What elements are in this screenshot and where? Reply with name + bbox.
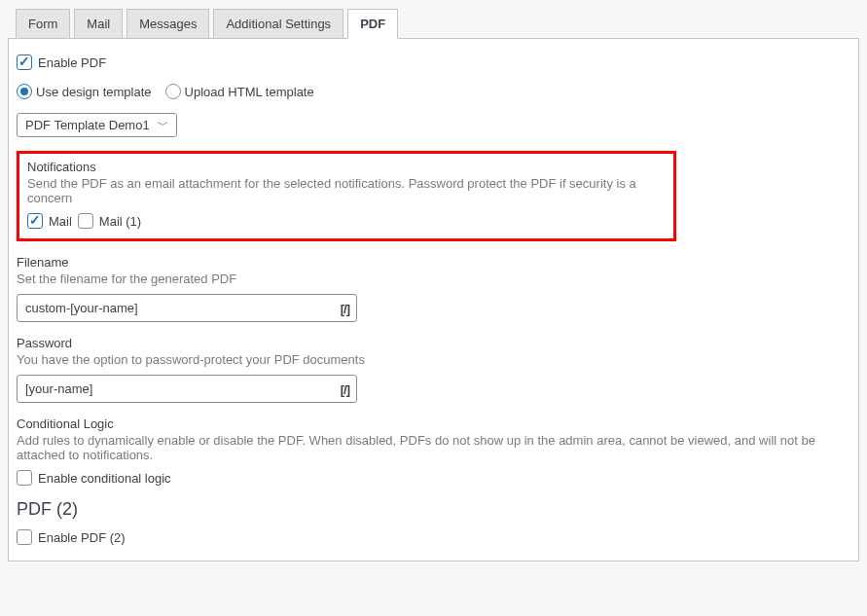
conditional-desc: Add rules to dynamically enable or disab… — [17, 433, 850, 462]
tab-form[interactable]: Form — [16, 9, 70, 39]
enable-pdf-2-checkbox[interactable] — [17, 529, 32, 545]
filename-input[interactable] — [17, 294, 357, 322]
notification-mail-1-label: Mail (1) — [99, 214, 141, 229]
use-design-template-radio[interactable] — [17, 84, 32, 99]
conditional-logic-label: Enable conditional logic — [38, 471, 171, 486]
tabs-bar: Form Mail Messages Additional Settings P… — [8, 8, 859, 38]
enable-pdf-2-label: Enable PDF (2) — [38, 530, 126, 545]
tab-messages[interactable]: Messages — [126, 9, 209, 39]
notifications-section: Notifications Send the PDF as an email a… — [17, 151, 676, 241]
enable-pdf-checkbox[interactable] — [17, 54, 32, 70]
tab-additional-settings[interactable]: Additional Settings — [213, 9, 343, 39]
password-input[interactable] — [17, 375, 357, 403]
filename-merge-tag-button[interactable]: [/] — [341, 301, 349, 315]
use-design-template-label: Use design template — [36, 85, 152, 99]
template-select[interactable]: PDF Template Demo1 ﹀ — [17, 113, 177, 137]
conditional-logic-checkbox[interactable] — [17, 470, 32, 486]
password-merge-tag-button[interactable]: [/] — [341, 381, 349, 396]
pdf-settings-panel: Enable PDF Use design template Upload HT… — [8, 38, 859, 562]
tab-pdf[interactable]: PDF — [347, 9, 398, 39]
chevron-down-icon: ﹀ — [158, 118, 168, 132]
conditional-title: Conditional Logic — [17, 417, 850, 431]
pdf-2-heading: PDF (2) — [17, 499, 850, 520]
tab-mail[interactable]: Mail — [74, 9, 123, 39]
upload-html-template-radio[interactable] — [165, 84, 181, 99]
notification-mail-1-checkbox[interactable] — [78, 213, 93, 229]
upload-html-template-label: Upload HTML template — [185, 85, 314, 99]
enable-pdf-label: Enable PDF — [38, 55, 106, 70]
notification-mail-checkbox[interactable] — [27, 213, 43, 229]
template-select-value: PDF Template Demo1 — [25, 118, 150, 132]
notification-mail-label: Mail — [49, 214, 72, 229]
filename-desc: Set the filename for the generated PDF — [17, 272, 850, 286]
notifications-desc: Send the PDF as an email attachment for … — [27, 176, 666, 205]
password-title: Password — [17, 336, 850, 350]
filename-title: Filename — [17, 255, 850, 270]
password-desc: You have the option to password-protect … — [17, 352, 850, 367]
notifications-title: Notifications — [27, 160, 666, 174]
